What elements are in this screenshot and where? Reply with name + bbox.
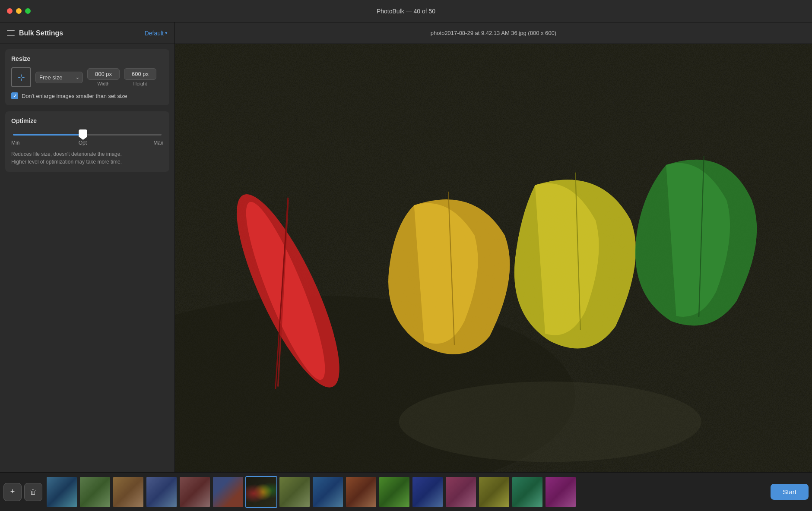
resize-mode-select[interactable]: Free size By width By height By long sid… — [35, 72, 83, 83]
thumbnail-12[interactable] — [412, 476, 444, 508]
optimize-desc: Reduces file size, doesn't deteriorate t… — [11, 150, 163, 166]
thumb-list — [46, 476, 765, 508]
width-label: Width — [97, 81, 109, 86]
main-content: Bulk Settings Default Resize ⊹ Free size… — [0, 22, 812, 472]
thumbnail-10[interactable] — [345, 476, 377, 508]
no-enlarge-checkbox[interactable] — [11, 92, 18, 99]
trash-icon: 🗑 — [30, 488, 37, 496]
thumbnail-6[interactable] — [212, 476, 244, 508]
minimize-button[interactable] — [16, 8, 22, 14]
slider-min-label: Min — [11, 140, 19, 146]
no-enlarge-row: Don't enlarge images smaller than set si… — [11, 92, 163, 99]
resize-panel: Resize ⊹ Free size By width By height By… — [5, 49, 169, 105]
optimize-title: Optimize — [11, 117, 163, 124]
sidebar: Bulk Settings Default Resize ⊹ Free size… — [0, 22, 175, 472]
height-input-group: Height — [124, 68, 156, 86]
no-enlarge-label: Don't enlarge images smaller than set si… — [22, 93, 127, 99]
maximize-button[interactable] — [25, 8, 31, 14]
preview-filename: photo2017-08-29 at 9.42.13 AM 36.jpg (80… — [431, 30, 556, 36]
resize-controls: ⊹ Free size By width By height By long s… — [11, 67, 163, 87]
optimize-panel: Optimize Min Opt Max Reduces file size, … — [5, 111, 169, 172]
optimize-slider-wrap — [11, 129, 163, 137]
slider-max-label: Max — [153, 140, 163, 146]
svg-point-10 — [399, 382, 701, 462]
thumbnail-9[interactable] — [312, 476, 344, 508]
close-button[interactable] — [7, 8, 13, 14]
width-input-group: Width — [87, 68, 120, 86]
sidebar-header: Bulk Settings Default — [0, 22, 174, 44]
optimize-slider[interactable] — [13, 134, 162, 136]
preview-header: photo2017-08-29 at 9.42.13 AM 36.jpg (80… — [175, 22, 812, 44]
delete-photo-button[interactable]: 🗑 — [24, 483, 42, 501]
thumbnail-11[interactable] — [378, 476, 410, 508]
preview-image-container — [175, 44, 812, 472]
filmstrip-actions: + 🗑 — [3, 483, 42, 501]
thumbnail-16[interactable] — [545, 476, 577, 508]
default-preset-link[interactable]: Default — [145, 30, 168, 37]
thumbnail-13[interactable] — [445, 476, 477, 508]
slider-opt-label: Opt — [79, 140, 87, 146]
add-photo-button[interactable]: + — [3, 483, 22, 501]
sidebar-body: Resize ⊹ Free size By width By height By… — [0, 44, 174, 472]
filmstrip: + 🗑 Start — [0, 472, 812, 511]
thumbnail-8[interactable] — [279, 476, 311, 508]
preview-area: photo2017-08-29 at 9.42.13 AM 36.jpg (80… — [175, 22, 812, 472]
height-label: Height — [133, 81, 147, 86]
preview-image — [175, 44, 812, 472]
thumbnail-15[interactable] — [511, 476, 543, 508]
thumbnail-2[interactable] — [79, 476, 111, 508]
thumbnail-1[interactable] — [46, 476, 78, 508]
optimize-desc-line1: Reduces file size, doesn't deteriorate t… — [11, 151, 122, 157]
window-buttons — [7, 8, 31, 14]
thumbnail-5[interactable] — [179, 476, 211, 508]
thumbnail-7-active[interactable] — [245, 476, 277, 508]
thumbnail-4[interactable] — [146, 476, 178, 508]
resize-arrows-icon: ⊹ — [11, 67, 31, 87]
app-title: PhotoBulk — 40 of 50 — [377, 8, 435, 15]
titlebar: PhotoBulk — 40 of 50 — [0, 0, 812, 22]
resize-title: Resize — [11, 55, 163, 62]
height-input[interactable] — [124, 68, 156, 80]
plus-icon: + — [10, 487, 15, 496]
optimize-desc-line2: Higher level of optimization may take mo… — [11, 159, 122, 165]
sidebar-toggle-icon[interactable] — [7, 30, 15, 36]
start-button[interactable]: Start — [771, 484, 809, 500]
start-button-wrap: Start — [771, 484, 809, 500]
thumbnail-14[interactable] — [478, 476, 510, 508]
thumbnail-3[interactable] — [112, 476, 144, 508]
resize-mode-select-wrapper[interactable]: Free size By width By height By long sid… — [35, 72, 83, 83]
width-input[interactable] — [87, 68, 120, 80]
sidebar-title: Bulk Settings — [19, 29, 140, 37]
slider-labels: Min Opt Max — [11, 140, 163, 146]
